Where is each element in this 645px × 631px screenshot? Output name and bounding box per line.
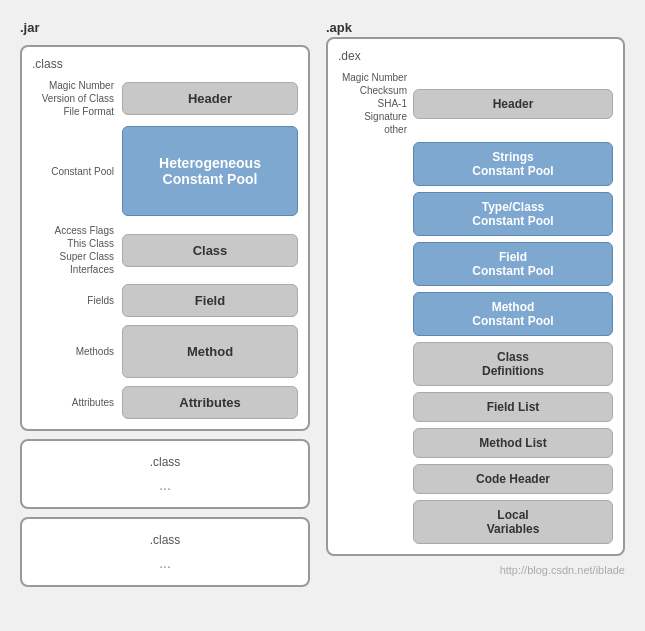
class-def-block: Class Definitions	[413, 342, 613, 386]
code-header-block: Code Header	[413, 464, 613, 494]
typeclass-row: Type/Class Constant Pool	[338, 192, 613, 236]
field-list-block: Field List	[413, 392, 613, 422]
method-row: Methods Method	[32, 325, 298, 378]
class-box-main: .class Magic Number Version of Class Fil…	[20, 45, 310, 431]
method-list-block: Method List	[413, 428, 613, 458]
typeclass-block: Type/Class Constant Pool	[413, 192, 613, 236]
method-row-label: Methods	[32, 345, 122, 358]
main-container: .jar .class Magic Number Version of Clas…	[10, 10, 635, 597]
header-row-label: Magic Number Version of Class File Forma…	[32, 79, 122, 118]
class-box-2: .class ...	[20, 439, 310, 509]
class-label-main: .class	[32, 57, 298, 71]
class-row-label: Access Flags This Class Super Class Inte…	[32, 224, 122, 276]
class-label-3: .class	[32, 533, 298, 547]
class-block: Class	[122, 234, 298, 267]
constant-pool-row: Constant Pool Heterogeneous Constant Poo…	[32, 126, 298, 216]
dex-header-row: Magic Number Checksum SHA-1 Signature ot…	[338, 71, 613, 136]
field-row-label: Fields	[32, 294, 122, 307]
field-block: Field	[122, 284, 298, 317]
header-row: Magic Number Version of Class File Forma…	[32, 79, 298, 118]
method-block: Method	[122, 325, 298, 378]
apk-label: .apk	[326, 20, 625, 35]
strings-row: Strings Constant Pool	[338, 142, 613, 186]
class-label-2: .class	[32, 455, 298, 469]
method-const-row: Method Constant Pool	[338, 292, 613, 336]
local-vars-block: Local Variables	[413, 500, 613, 544]
apk-section: .apk .dex Magic Number Checksum SHA-1 Si…	[326, 20, 625, 587]
class3-dots: ...	[159, 555, 171, 571]
dex-header-block: Header	[413, 89, 613, 119]
attributes-row-label: Attributes	[32, 396, 122, 409]
field-row: Fields Field	[32, 284, 298, 317]
constant-pool-block: Heterogeneous Constant Pool	[122, 126, 298, 216]
class-def-row: Class Definitions	[338, 342, 613, 386]
local-vars-row: Local Variables	[338, 500, 613, 544]
method-const-block: Method Constant Pool	[413, 292, 613, 336]
class-row: Access Flags This Class Super Class Inte…	[32, 224, 298, 276]
class2-dots: ...	[159, 477, 171, 493]
dex-label: .dex	[338, 49, 613, 63]
header-block: Header	[122, 82, 298, 115]
jar-section: .jar .class Magic Number Version of Clas…	[20, 20, 310, 587]
dex-box: .dex Magic Number Checksum SHA-1 Signatu…	[326, 37, 625, 556]
jar-label: .jar	[20, 20, 310, 35]
field-list-row: Field List	[338, 392, 613, 422]
dex-header-label: Magic Number Checksum SHA-1 Signature ot…	[338, 71, 413, 136]
constant-pool-label: Constant Pool	[32, 165, 122, 178]
method-list-row: Method List	[338, 428, 613, 458]
class-box-3: .class ...	[20, 517, 310, 587]
attributes-row: Attributes Attributes	[32, 386, 298, 419]
watermark: http://blog.csdn.net/iblade	[326, 564, 625, 576]
attributes-block: Attributes	[122, 386, 298, 419]
strings-block: Strings Constant Pool	[413, 142, 613, 186]
field-const-block: Field Constant Pool	[413, 242, 613, 286]
field-const-row: Field Constant Pool	[338, 242, 613, 286]
code-header-row: Code Header	[338, 464, 613, 494]
